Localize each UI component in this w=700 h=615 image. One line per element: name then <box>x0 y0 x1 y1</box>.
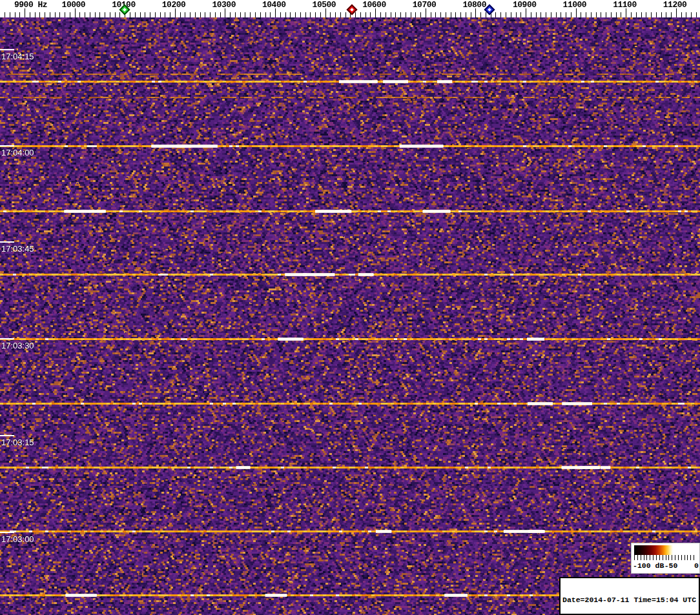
freq-label-10300: 10300 <box>212 0 236 10</box>
time-label-170400: 17:04:00 <box>1 148 34 157</box>
marker-red-dot-icon <box>350 8 354 12</box>
freq-label-10600: 10600 <box>362 0 386 10</box>
time-label-170330: 17:03:30 <box>1 341 34 350</box>
time-label-170315: 17:03:15 <box>1 438 34 447</box>
spectrogram-window: 9900 Hz100001010010200103001040010500106… <box>0 0 700 615</box>
freq-label-10900: 10900 <box>513 0 537 10</box>
marker-green-dot-icon <box>123 8 127 12</box>
marker-blue-dot-icon <box>488 8 491 12</box>
freq-label-10700: 10700 <box>413 0 437 10</box>
colorbar-label-min: -100 dB <box>633 561 664 570</box>
freq-label-10800: 10800 <box>462 0 486 10</box>
time-label-170415: 17:04:15 <box>1 52 34 61</box>
freq-label-10500: 10500 <box>313 0 336 10</box>
freq-label-11200: 11200 <box>663 0 687 10</box>
colorbar-ticks-icon <box>634 555 697 560</box>
station-info-box: Date=2014-07-11 Time=15:04 UTC Freq=143 … <box>559 577 700 615</box>
info-date-time: Date=2014-07-11 Time=15:04 UTC <box>562 596 697 604</box>
freq-label-11000: 11000 <box>563 0 587 10</box>
intensity-colorbar: -100 dB -50 0 <box>631 543 700 574</box>
freq-label-10400: 10400 <box>262 0 286 10</box>
colorbar-labels: -100 dB -50 0 <box>632 561 700 572</box>
freq-label-10000: 10000 <box>62 0 86 10</box>
time-label-170300: 17:03:00 <box>1 534 34 544</box>
spectrogram-waterfall <box>0 17 700 615</box>
freq-label-10200: 10200 <box>162 0 186 10</box>
time-label-170345: 17:03:45 <box>1 244 34 254</box>
frequency-ruler: 9900 Hz100001010010200103001040010500106… <box>0 0 700 17</box>
colorbar-label-mid: -50 <box>664 561 678 570</box>
colorbar-label-max: 0 <box>694 561 699 570</box>
freq-label-11100: 11100 <box>613 0 637 10</box>
freq-label-9900: 9900 Hz <box>14 0 47 10</box>
colorbar-gradient <box>634 545 697 555</box>
